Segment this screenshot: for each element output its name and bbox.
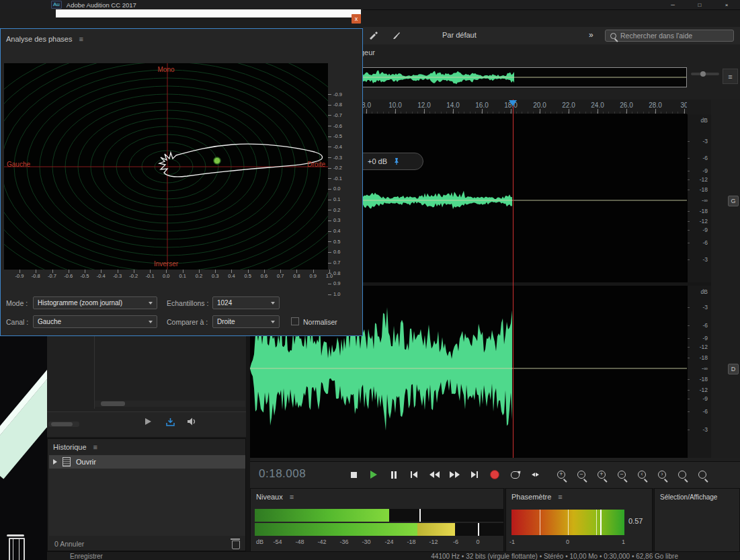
phase-window-body: Analyse des phases ≡ Mono Gauche Droite … [0, 28, 363, 336]
mode-value: Histogramme (zoom journal) [38, 299, 122, 307]
timeline-label: 14.0 [446, 102, 459, 109]
minimize-button[interactable]: ─ [659, 0, 686, 9]
brush-tool-icon[interactable] [391, 30, 401, 40]
db-label: -12 [700, 344, 708, 350]
preview-scrollbar-thumb[interactable] [51, 422, 73, 426]
phase-meter-title: Phasemètre [511, 493, 551, 501]
document-icon [63, 457, 71, 467]
help-search-box[interactable]: Rechercher dans l'aide [605, 30, 734, 42]
panel-overflow-chevrons[interactable]: » [589, 30, 593, 40]
search-icon [610, 33, 616, 39]
chevron-down-icon [271, 321, 275, 323]
phase-controls-row-2: Canal : Gauche Comparer à : Droite Norma… [1, 315, 362, 329]
compare-value: Droite [217, 318, 235, 325]
play-button[interactable] [366, 468, 381, 481]
db-unit-label: dB [701, 117, 708, 124]
panel-menu-button[interactable]: ≡ [723, 69, 738, 84]
preview-scrollbar-track[interactable] [48, 422, 79, 427]
phase-axis-label: 0.0 [163, 274, 169, 279]
stop-button[interactable] [346, 468, 361, 481]
search-placeholder: Rechercher dans l'aide [620, 32, 692, 40]
phase-axis-label: 1.0 [326, 274, 333, 279]
files-hscrollbar-thumb[interactable] [101, 401, 125, 406]
selection-panel-title: Sélection/Affichage [660, 493, 717, 501]
phase-scope[interactable]: Mono Gauche Droite Inverser [4, 63, 328, 270]
phase-axis-label: 0.5 [244, 274, 251, 279]
rewind-button[interactable] [427, 468, 442, 481]
left-channel-button[interactable]: G [728, 196, 739, 206]
fast-forward-button[interactable] [447, 468, 462, 481]
zoom-in-at-out-point-button[interactable]: › [655, 468, 669, 481]
zoom-in-amplitude-button[interactable]: + [594, 468, 609, 481]
level-meter-right [255, 523, 503, 536]
levels-menu-icon[interactable]: ≡ [290, 493, 294, 501]
playhead-line[interactable] [513, 99, 513, 458]
zoom-slider-track[interactable] [691, 73, 719, 75]
phase-axis-label: 0.1 [179, 274, 186, 279]
phase-meter-needle [600, 510, 602, 535]
compare-select[interactable]: Droite [212, 315, 280, 328]
history-item[interactable]: Ouvrir [49, 455, 245, 469]
zoom-out-button[interactable]: − [574, 468, 589, 481]
scope-label-left: Gauche [7, 161, 30, 168]
phase-axis-label: -0.6 [333, 124, 342, 129]
status-info: 44100 Hz • 32 bits (virgule flottante) •… [431, 553, 678, 560]
maximize-button[interactable]: □ [686, 0, 713, 9]
timeline-label: 8.0 [362, 102, 371, 109]
right-channel-button[interactable]: D [728, 364, 739, 374]
samples-select[interactable]: 1024 [212, 296, 280, 309]
speaker-icon[interactable] [187, 417, 197, 426]
db-label: -9 [702, 227, 708, 233]
app-title: Adobe Audition CC 2017 [67, 1, 136, 9]
close-button[interactable]: × [713, 0, 740, 9]
phase-axis-label: 0.3 [333, 218, 340, 223]
samples-value: 1024 [217, 299, 232, 307]
zoom-out-amplitude-button[interactable]: − [614, 468, 629, 481]
pencil-tool-icon[interactable] [368, 30, 378, 40]
skip-to-end-button[interactable] [467, 468, 482, 481]
phase-axis-label: 0.6 [261, 274, 268, 279]
skip-selection-button[interactable] [528, 468, 542, 481]
phase-panel-menu-icon[interactable]: ≡ [79, 35, 83, 43]
normalize-checkbox[interactable] [291, 317, 299, 325]
ruler-corner [687, 99, 711, 114]
skip-to-start-button[interactable] [407, 468, 421, 481]
open-in-editor-icon[interactable] [165, 417, 175, 427]
levels-title: Niveaux [256, 493, 283, 501]
loop-playback-button[interactable] [507, 468, 522, 481]
levels-scale-label: -18 [407, 538, 415, 545]
preview-play-button[interactable] [145, 418, 151, 425]
zoom-out-full-button[interactable] [695, 468, 710, 481]
phase-scale-zero: 0 [566, 538, 569, 545]
db-label: -18 [700, 355, 708, 361]
timeline-label: 20.0 [533, 102, 546, 109]
window-controls: ─ □ × [659, 0, 740, 9]
channel-select[interactable]: Gauche [33, 315, 157, 328]
zoom-in-button[interactable]: + [554, 468, 569, 481]
trash-icon[interactable] [231, 538, 240, 549]
db-label: -∞ [702, 198, 708, 204]
zoom-slider-thumb[interactable] [700, 71, 706, 77]
db-label: -18 [700, 376, 708, 383]
phase-window-close-button[interactable]: x [352, 14, 361, 24]
history-menu-icon[interactable]: ≡ [93, 443, 97, 451]
phase-window-titlebar[interactable]: x [0, 9, 363, 28]
files-hscrollbar-track[interactable] [95, 401, 245, 407]
history-current-icon [53, 459, 57, 465]
editor-right-gutter [711, 99, 740, 458]
levels-scale-label: -24 [384, 538, 393, 545]
db-label: -6 [702, 240, 708, 246]
workspace-selector[interactable]: Par défaut [442, 31, 477, 39]
zoom-in-at-in-point-button[interactable]: ‹ [634, 468, 649, 481]
phase-meter-menu-icon[interactable]: ≡ [558, 493, 562, 501]
level-meter-1-peak [419, 509, 421, 522]
pause-button[interactable] [386, 468, 401, 481]
mode-select[interactable]: Histogramme (zoom journal) [33, 296, 157, 309]
phase-axis-label: -0.8 [333, 102, 342, 108]
timeline-label: 30 [680, 102, 687, 109]
record-button[interactable] [487, 468, 502, 481]
playhead-marker[interactable] [509, 100, 517, 106]
zoom-to-selection-button[interactable] [675, 468, 690, 481]
pin-icon[interactable] [393, 157, 401, 165]
recycle-bin-icon[interactable] [7, 534, 24, 560]
